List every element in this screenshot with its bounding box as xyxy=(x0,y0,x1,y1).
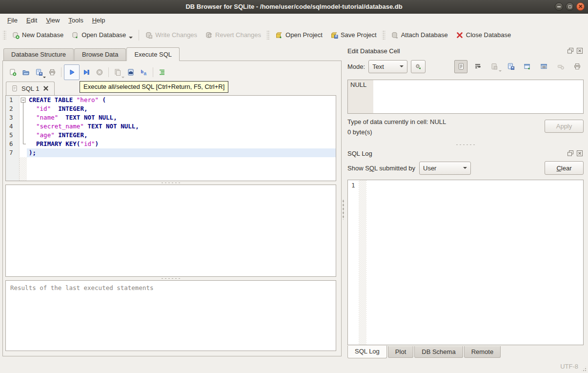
bottom-tab-db-schema[interactable]: DB Schema xyxy=(414,346,463,358)
toolbar-handle xyxy=(382,30,385,41)
export-data-button[interactable] xyxy=(504,60,517,73)
editor-line-6: 6 PRIMARY KEY("id") xyxy=(6,140,336,148)
cell-info-row: Type of data currently in cell: NULL 0 b… xyxy=(347,118,584,141)
attach-database-button[interactable]: Attach Database xyxy=(387,29,452,41)
new-database-button[interactable]: New Database xyxy=(8,29,67,41)
tab-execute-sql[interactable]: Execute SQL xyxy=(126,47,180,61)
sql-log-controls: Show SQL submitted by User Clear xyxy=(347,159,584,177)
tab-close-icon[interactable] xyxy=(42,84,50,92)
open-database-icon xyxy=(71,31,79,39)
open-project-button[interactable]: Open Project xyxy=(271,29,326,41)
save-project-label: Save Project xyxy=(341,31,377,39)
float-dock-icon[interactable] xyxy=(567,149,574,157)
print-icon xyxy=(573,62,581,70)
log-filter-select[interactable]: User xyxy=(419,162,471,175)
open-sql-tab-button[interactable] xyxy=(6,65,19,79)
chevron-down-icon xyxy=(463,167,467,169)
main-splitter[interactable] xyxy=(342,43,345,359)
results-splitter[interactable] xyxy=(5,277,336,280)
right-panel: Edit Database Cell Mode: Text NULL xyxy=(345,43,588,359)
revert-changes-button: Revert Changes xyxy=(201,29,265,41)
bottom-tab-plot[interactable]: Plot xyxy=(388,346,413,358)
editor-splitter[interactable] xyxy=(5,181,336,185)
chevron-down-icon[interactable] xyxy=(129,37,133,39)
menu-edit[interactable]: Edit xyxy=(22,15,41,26)
bottom-tab-bar: SQL LogPlotDB SchemaRemote xyxy=(347,346,584,359)
fold-marker-icon xyxy=(20,113,27,122)
sql-log-view[interactable]: 1 xyxy=(347,180,584,345)
minimize-icon[interactable] xyxy=(555,2,563,11)
execute-current-line-button[interactable] xyxy=(80,65,93,79)
execute-all-button[interactable] xyxy=(64,64,80,80)
results-grid-pane xyxy=(5,185,336,277)
tab-browse-data[interactable]: Browse Data xyxy=(74,48,126,61)
save-project-button[interactable]: Save Project xyxy=(326,29,381,41)
print-cell-button[interactable] xyxy=(570,60,584,73)
gear-icon xyxy=(414,62,422,70)
editor-line-1: 1CREATE TABLE "hero" ( xyxy=(6,96,336,104)
editor-line-4: 4 "secret_name" TEXT NOT NULL, xyxy=(6,122,336,131)
float-dock-icon[interactable] xyxy=(567,47,574,55)
fold-margin xyxy=(20,148,27,157)
mode-select-value: Text xyxy=(372,63,384,70)
bottom-tab-sql-log[interactable]: SQL Log xyxy=(347,346,387,358)
sql-editor[interactable]: 1CREATE TABLE "hero" (2 "id" INTEGER,3 "… xyxy=(5,95,336,181)
line-number: 3 xyxy=(6,113,20,122)
copy-icon xyxy=(114,68,122,76)
find-icon xyxy=(127,68,135,76)
close-dock-icon[interactable] xyxy=(576,149,584,157)
autocomplete-icon: ba xyxy=(140,68,148,76)
mode-select[interactable]: Text xyxy=(368,60,407,73)
close-icon[interactable]: ✕ xyxy=(576,2,585,11)
code-text: "id" INTEGER, xyxy=(27,104,336,113)
cell-value-editor[interactable]: NULL xyxy=(347,80,584,114)
menu-tools[interactable]: Tools xyxy=(64,15,87,26)
log-filter-value: User xyxy=(423,165,436,172)
code-text: "name" TEXT NOT NULL, xyxy=(27,113,336,122)
cell-type-info: Type of data currently in cell: NULL xyxy=(347,118,446,125)
code-text: PRIMARY KEY("id") xyxy=(27,140,336,148)
find-replace-button[interactable] xyxy=(124,65,137,79)
bottom-tab-remote[interactable]: Remote xyxy=(464,346,501,358)
attach-database-icon xyxy=(391,31,399,39)
toolbar-separator xyxy=(108,67,109,77)
revert-changes-icon xyxy=(205,31,213,39)
code-text: ); xyxy=(27,148,336,157)
text-mode-button[interactable] xyxy=(454,60,467,73)
print-sql-button[interactable] xyxy=(46,65,59,79)
resize-grip[interactable] xyxy=(581,366,587,372)
sql-tab[interactable]: SQL 1 xyxy=(6,82,55,95)
auto-switch-mode-button[interactable] xyxy=(411,60,426,73)
menu-help[interactable]: Help xyxy=(88,15,110,26)
open-in-external-app-button[interactable] xyxy=(521,60,534,73)
auto-complete-button[interactable]: ba xyxy=(138,65,150,79)
close-database-button[interactable]: Close Database xyxy=(452,29,515,41)
format-sql-button[interactable] xyxy=(156,65,168,79)
save-sql-file-button[interactable] xyxy=(33,65,45,79)
new-tab-icon xyxy=(9,68,17,76)
dock-splitter[interactable] xyxy=(347,141,584,148)
left-panel: Database StructureBrowse DataExecute SQL… xyxy=(0,43,342,359)
open-sql-icon xyxy=(22,68,30,76)
maximize-icon[interactable] xyxy=(566,2,574,11)
edit-cell-title: Edit Database Cell xyxy=(347,47,400,55)
menu-file[interactable]: File xyxy=(3,15,22,26)
chevron-down-icon xyxy=(400,65,404,67)
main-toolbar: New DatabaseOpen DatabaseWrite ChangesRe… xyxy=(0,27,588,43)
open-sql-file-button[interactable] xyxy=(20,65,32,79)
execute-all-icon xyxy=(68,68,76,76)
sql-log-title: SQL Log xyxy=(347,150,372,157)
fold-marker-icon[interactable] xyxy=(20,96,27,104)
clear-log-button[interactable]: Clear xyxy=(545,161,584,175)
tab-database-structure[interactable]: Database Structure xyxy=(3,48,74,61)
print-icon xyxy=(48,68,56,76)
menu-view[interactable]: View xyxy=(41,15,64,26)
close-dock-icon[interactable] xyxy=(576,47,584,55)
execute-sql-page: ba SQL 1 Execute all/selected SQL [Ctrl+… xyxy=(2,61,342,356)
fold-marker-icon xyxy=(20,140,27,148)
open-database-button[interactable]: Open Database xyxy=(67,29,137,41)
stop-execution-button xyxy=(93,65,106,79)
word-wrap-button[interactable] xyxy=(471,60,484,73)
copy-link-button[interactable] xyxy=(537,60,550,73)
app-window: DB Browser for SQLite - /home/user/code/… xyxy=(0,0,588,373)
